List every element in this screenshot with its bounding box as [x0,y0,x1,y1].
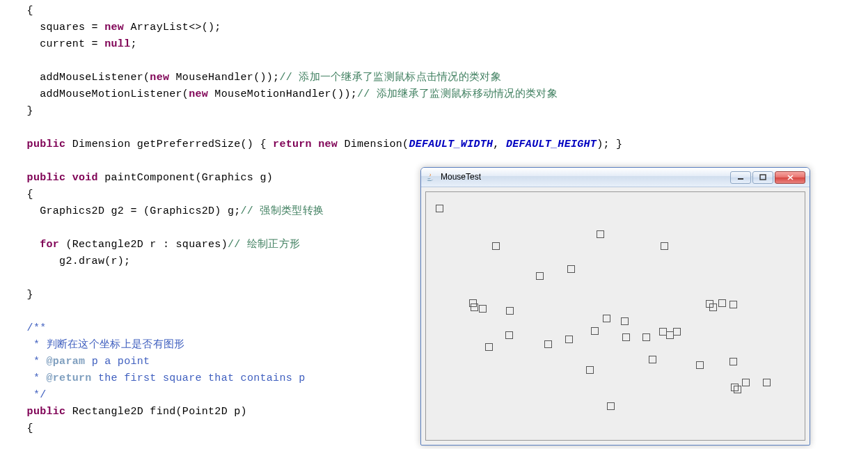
code-line: for (Rectangle2D r : squares)// 绘制正方形 [14,239,300,251]
square[interactable] [642,333,650,341]
square[interactable] [763,379,771,386]
square[interactable] [565,336,573,343]
square[interactable] [621,317,629,325]
app-window[interactable]: MouseTest [420,167,810,446]
square[interactable] [709,304,717,311]
square[interactable] [729,358,737,365]
square[interactable] [729,301,737,308]
square[interactable] [586,366,594,374]
square[interactable] [673,328,681,336]
square[interactable] [742,379,750,386]
square[interactable] [661,242,668,250]
code-line: { [14,189,33,200]
square[interactable] [649,356,656,363]
code-line: public Dimension getPreferredSize() { re… [14,139,622,150]
code-line: /** [14,322,47,334]
square[interactable] [567,265,575,273]
square[interactable] [485,343,493,351]
code-line: addMouseMotionListener(new MouseMotionHa… [14,88,558,100]
square[interactable] [591,327,599,335]
window-title: MouseTest [441,171,729,184]
square[interactable] [544,340,552,348]
code-line: public void paintComponent(Graphics g) [14,172,273,184]
square[interactable] [536,272,544,280]
code-line: Graphics2D g2 = (Graphics2D) g;// 强制类型转换 [14,205,324,217]
square[interactable] [436,205,443,212]
code-line: } [14,289,33,301]
code-line: * @param p a point [14,356,150,368]
svg-rect-0 [738,178,743,180]
window-controls [729,171,805,184]
svg-rect-1 [760,175,766,180]
code-line: { [14,423,33,434]
code-line: } [14,105,33,117]
code-line: * @return the first square that contains… [14,372,306,384]
code-line: g2.draw(r); [14,255,130,267]
square[interactable] [597,230,604,238]
square[interactable] [718,299,726,307]
code-line: current = null; [14,38,137,50]
window-titlebar[interactable]: MouseTest [421,168,810,187]
code-line: { [14,5,33,17]
close-button[interactable] [775,171,805,184]
code-line: */ [14,389,47,401]
square[interactable] [607,402,615,410]
java-icon [425,172,436,183]
square[interactable] [471,304,478,311]
code-line: * 判断在这个坐标上是否有图形 [14,339,184,351]
square[interactable] [734,386,741,393]
square[interactable] [505,331,513,339]
code-line: squares = new ArrayList<>(); [14,22,221,33]
square[interactable] [492,242,500,250]
code-line: public Rectangle2D find(Point2D p) [14,406,247,418]
maximize-button[interactable] [752,171,773,184]
minimize-button[interactable] [730,171,751,184]
square[interactable] [696,361,704,369]
square[interactable] [506,307,514,315]
drawing-canvas[interactable] [425,191,805,441]
square[interactable] [622,333,630,341]
code-line: addMouseListener(new MouseHandler());// … [14,72,501,84]
square[interactable] [479,305,487,313]
square[interactable] [603,315,610,322]
